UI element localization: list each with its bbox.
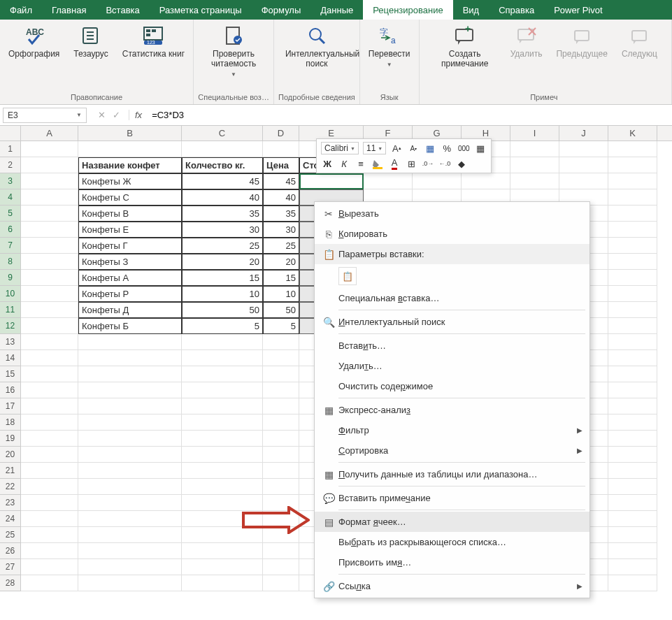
cell[interactable] — [78, 447, 182, 463]
prev-comment-button[interactable]: Предыдущее — [552, 22, 611, 61]
cell[interactable] — [78, 414, 182, 431]
cell[interactable] — [78, 479, 182, 495]
check-accessibility-button[interactable]: Проверить читаемость ▼ — [198, 22, 269, 79]
cell[interactable] — [78, 366, 182, 382]
fx-icon[interactable]: fx — [129, 110, 148, 120]
cell[interactable] — [21, 414, 78, 431]
row-header-7[interactable]: 7 — [0, 238, 21, 254]
row-header-19[interactable]: 19 — [0, 431, 21, 447]
tab-home[interactable]: Главная — [42, 0, 96, 20]
col-header-I[interactable]: I — [510, 126, 559, 140]
cell[interactable]: 40 — [263, 189, 299, 206]
cell[interactable]: Конфеты З — [78, 254, 182, 270]
cell[interactable] — [263, 414, 299, 431]
cell[interactable]: Конфеты Б — [78, 318, 182, 334]
select-all-corner[interactable] — [0, 126, 21, 140]
tab-help[interactable]: Справка — [489, 0, 544, 20]
menu-filter[interactable]: Фильтр ▶ — [315, 420, 589, 440]
cell[interactable]: Конфеты Ж — [78, 173, 182, 189]
cell[interactable] — [21, 318, 78, 334]
clear-format-icon[interactable]: ◆ — [455, 157, 468, 170]
translate-button[interactable]: 字a Перевести ▼ — [364, 22, 415, 69]
percent-icon[interactable]: % — [441, 142, 453, 154]
cell[interactable] — [21, 431, 78, 447]
dropdown-caret-icon[interactable]: ▼ — [76, 112, 82, 118]
cell[interactable] — [413, 173, 462, 189]
cell[interactable] — [21, 575, 78, 591]
row-header-4[interactable]: 4 — [0, 189, 21, 206]
cell[interactable] — [608, 189, 657, 206]
cell[interactable]: 50 — [263, 302, 299, 318]
cell[interactable] — [21, 189, 78, 206]
menu-format-cells[interactable]: ▤ Формат ячеек… — [315, 512, 589, 532]
cell[interactable] — [21, 543, 78, 559]
cell[interactable] — [510, 173, 559, 189]
cell[interactable] — [263, 366, 299, 382]
cancel-formula-icon[interactable]: ✕ — [98, 110, 106, 120]
cell[interactable] — [78, 463, 182, 479]
cell[interactable] — [78, 431, 182, 447]
cell[interactable]: 5 — [182, 318, 263, 334]
cell[interactable] — [608, 157, 657, 173]
menu-delete[interactable]: Удалить… — [315, 356, 589, 376]
cell[interactable] — [263, 141, 299, 157]
cell[interactable] — [78, 495, 182, 511]
cell[interactable]: 40 — [182, 189, 263, 206]
spelling-button[interactable]: ABC Орфография — [4, 22, 64, 61]
cell[interactable]: 25 — [182, 238, 263, 254]
cell[interactable]: Конфеты Р — [78, 286, 182, 302]
cell[interactable] — [608, 206, 657, 222]
name-box[interactable]: E3 ▼ — [3, 108, 87, 123]
cell[interactable] — [21, 222, 78, 238]
cell[interactable] — [608, 318, 657, 334]
cell[interactable] — [21, 238, 78, 254]
cell[interactable] — [78, 511, 182, 527]
row-header-25[interactable]: 25 — [0, 527, 21, 543]
delete-comment-button[interactable]: Удалить — [506, 22, 547, 61]
cell[interactable] — [21, 479, 78, 495]
row-header-11[interactable]: 11 — [0, 302, 21, 318]
cell[interactable] — [608, 527, 657, 543]
cell[interactable] — [21, 463, 78, 479]
cell[interactable] — [559, 141, 608, 157]
cell[interactable]: 20 — [182, 254, 263, 270]
italic-icon[interactable]: К — [338, 157, 350, 170]
cell[interactable] — [78, 527, 182, 543]
col-header-K[interactable]: K — [608, 126, 657, 140]
next-comment-button[interactable]: Следуюц — [617, 22, 662, 61]
cell[interactable]: 25 — [263, 238, 299, 254]
col-header-J[interactable]: J — [559, 126, 608, 140]
cell[interactable] — [182, 559, 263, 575]
cell[interactable]: 45 — [182, 173, 263, 189]
formula-input[interactable] — [148, 108, 672, 123]
borders-icon[interactable]: ⊞ — [405, 157, 417, 170]
menu-clear[interactable]: Очистить содержимое — [315, 376, 589, 396]
cell[interactable] — [78, 334, 182, 350]
cell[interactable] — [78, 559, 182, 575]
cell[interactable]: Конфеты А — [78, 270, 182, 286]
cell[interactable] — [182, 350, 263, 366]
cell[interactable] — [263, 447, 299, 463]
menu-link[interactable]: 🔗 Ссылка ▶ — [315, 576, 589, 596]
cell[interactable] — [510, 141, 559, 157]
menu-paste-special[interactable]: Специальная вставка… — [315, 288, 589, 308]
menu-quick-analysis[interactable]: ▦ Экспресс-анализ — [315, 400, 589, 420]
cell[interactable]: 10 — [182, 286, 263, 302]
cell[interactable] — [21, 141, 78, 157]
format-painter-icon[interactable]: ▦ — [474, 142, 487, 154]
cell[interactable]: 10 — [263, 286, 299, 302]
cell[interactable] — [263, 463, 299, 479]
cell[interactable] — [21, 398, 78, 414]
tab-review[interactable]: Рецензирование — [363, 0, 452, 20]
cell[interactable] — [182, 366, 263, 382]
row-header-12[interactable]: 12 — [0, 318, 21, 334]
menu-get-data[interactable]: ▦ Получить данные из таблицы или диапазо… — [315, 464, 589, 484]
cell[interactable] — [608, 479, 657, 495]
increase-decimal-icon[interactable]: .0→ — [422, 157, 434, 170]
tab-layout[interactable]: Разметка страницы — [150, 0, 252, 20]
cell[interactable] — [182, 431, 263, 447]
menu-smart-lookup[interactable]: 🔍 Интеллектуальный поиск — [315, 312, 589, 332]
cell[interactable] — [608, 286, 657, 302]
row-header-26[interactable]: 26 — [0, 543, 21, 559]
new-comment-button[interactable]: + Создать примечание — [429, 22, 501, 71]
